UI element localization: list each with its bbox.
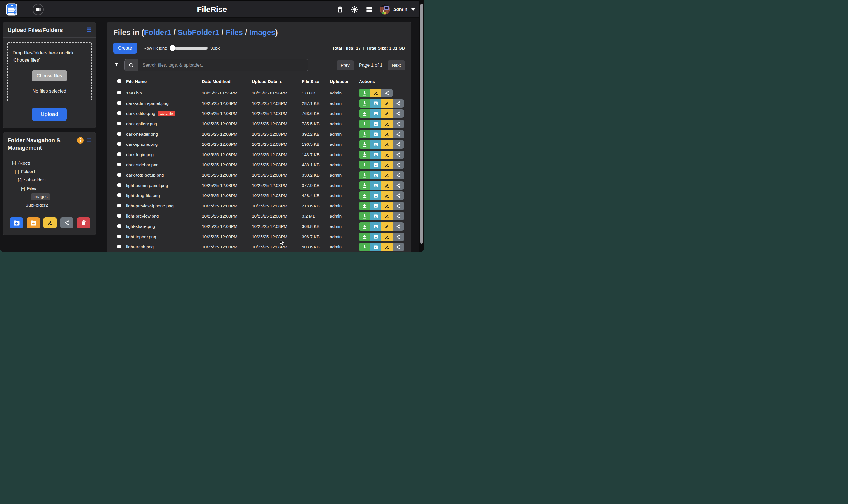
download-button[interactable]: [359, 212, 370, 220]
file-name[interactable]: light-trash.png: [126, 245, 154, 250]
share-button[interactable]: [393, 171, 404, 179]
tree-collapse-toggle[interactable]: [-]: [18, 177, 22, 182]
preview-button[interactable]: [370, 222, 382, 231]
share-button[interactable]: [393, 222, 404, 231]
drag-handle-icon[interactable]: [87, 27, 91, 34]
row-checkbox[interactable]: [118, 173, 121, 177]
download-button[interactable]: [359, 222, 370, 231]
share-button[interactable]: [393, 109, 404, 118]
edit-button[interactable]: [382, 120, 393, 128]
filerise-logo[interactable]: [6, 3, 17, 16]
breadcrumb-link-images[interactable]: Images: [249, 28, 276, 37]
file-name[interactable]: dark-totp-setup.png: [126, 173, 164, 178]
edit-button[interactable]: [382, 181, 393, 190]
row-checkbox[interactable]: [118, 101, 121, 105]
header-upload-date[interactable]: Upload Date▲: [252, 79, 302, 84]
download-button[interactable]: [359, 171, 370, 179]
download-button[interactable]: [359, 233, 370, 241]
slider-thumb[interactable]: [170, 45, 176, 51]
delete-folder-button[interactable]: [77, 217, 90, 229]
edit-button[interactable]: [382, 99, 393, 108]
file-name[interactable]: dark-header.png: [126, 132, 158, 137]
header-file-name[interactable]: File Name: [126, 79, 202, 84]
table-row[interactable]: light-preview.png 10/25/25 12:08PM 10/25…: [113, 211, 405, 221]
table-row[interactable]: light-share.png 10/25/25 12:08PM 10/25/2…: [113, 221, 405, 232]
row-height-slider[interactable]: [171, 47, 208, 50]
table-row[interactable]: light-drag-file.png 10/25/25 12:08PM 10/…: [113, 191, 405, 201]
search-input[interactable]: [138, 59, 308, 71]
row-checkbox[interactable]: [118, 91, 121, 94]
file-name[interactable]: dark-iphone.png: [126, 142, 158, 147]
file-name[interactable]: dark-admin-panel.png: [126, 101, 169, 106]
download-button[interactable]: [359, 130, 370, 139]
file-name[interactable]: light-drag-file.png: [126, 193, 160, 198]
edit-button[interactable]: [370, 89, 382, 97]
file-name[interactable]: dark-gallery.png: [126, 121, 157, 126]
prev-page-button[interactable]: Prev: [336, 60, 354, 70]
file-name[interactable]: dark-login.png: [126, 152, 154, 157]
download-button[interactable]: [359, 150, 370, 159]
select-all-checkbox[interactable]: [118, 79, 121, 83]
create-button[interactable]: Create: [113, 42, 137, 54]
tree-collapse-toggle[interactable]: [-]: [21, 186, 25, 191]
edit-button[interactable]: [382, 161, 393, 169]
edit-button[interactable]: [382, 243, 393, 251]
header-file-size[interactable]: File Size: [302, 79, 330, 84]
share-button[interactable]: [393, 130, 404, 139]
table-row[interactable]: dark-totp-setup.png 10/25/25 12:08PM 10/…: [113, 170, 405, 181]
file-name[interactable]: dark-sidebar.png: [126, 162, 158, 167]
move-folder-button[interactable]: [26, 217, 40, 229]
preview-button[interactable]: [370, 109, 382, 118]
edit-button[interactable]: [382, 202, 393, 210]
table-row[interactable]: 1GB.bin 10/25/25 01:26PM 10/25/25 01:26P…: [113, 88, 405, 98]
row-checkbox[interactable]: [118, 204, 121, 208]
row-checkbox[interactable]: [118, 214, 121, 217]
sidebar-toggle-button[interactable]: [33, 4, 44, 15]
file-name[interactable]: dark-editor.png: [126, 111, 155, 116]
share-button[interactable]: [393, 120, 404, 128]
breadcrumb-link-folder1[interactable]: Folder1: [144, 28, 172, 37]
table-row[interactable]: light-topbar.png 10/25/25 12:08PM 10/25/…: [113, 232, 405, 242]
download-button[interactable]: [359, 89, 370, 97]
dropzone[interactable]: Drop files/folders here or click 'Choose…: [7, 42, 92, 102]
preview-button[interactable]: [370, 202, 382, 210]
row-checkbox[interactable]: [118, 122, 121, 125]
share-button[interactable]: [382, 89, 393, 97]
share-button[interactable]: [393, 202, 404, 210]
file-name[interactable]: light-admin-panel.png: [126, 183, 168, 188]
preview-button[interactable]: [370, 233, 382, 241]
edit-button[interactable]: [382, 150, 393, 159]
edit-button[interactable]: [382, 212, 393, 220]
header-uploader[interactable]: Uploader: [330, 79, 359, 84]
file-name[interactable]: light-topbar.png: [126, 234, 156, 239]
choose-files-button[interactable]: Choose files: [32, 70, 67, 81]
download-button[interactable]: [359, 120, 370, 128]
table-row[interactable]: dark-gallery.png 10/25/25 12:08PM 10/25/…: [113, 119, 405, 129]
table-row[interactable]: dark-admin-panel.png 10/25/25 12:08PM 10…: [113, 98, 405, 109]
table-row[interactable]: dark-sidebar.png 10/25/25 12:08PM 10/25/…: [113, 160, 405, 170]
edit-button[interactable]: [382, 222, 393, 231]
download-button[interactable]: [359, 243, 370, 251]
preview-button[interactable]: [370, 99, 382, 108]
share-button[interactable]: [393, 181, 404, 190]
row-checkbox[interactable]: [118, 142, 121, 146]
tree-item-subfolder2[interactable]: SubFolder2: [6, 201, 93, 210]
download-button[interactable]: [359, 140, 370, 148]
trash-restore-button[interactable]: [336, 6, 343, 13]
table-row[interactable]: dark-header.png 10/25/25 12:08PM 10/25/2…: [113, 129, 405, 139]
tree-item-folder1[interactable]: [-]Folder1: [6, 167, 93, 176]
tree-item-subfolder1[interactable]: [-]SubFolder1: [6, 176, 93, 184]
create-folder-button[interactable]: [10, 217, 23, 229]
table-row[interactable]: dark-iphone.png 10/25/25 12:08PM 10/25/2…: [113, 139, 405, 150]
preview-button[interactable]: [370, 212, 382, 220]
preview-button[interactable]: [370, 243, 382, 251]
share-button[interactable]: [393, 150, 404, 159]
tree-item-images[interactable]: Images: [6, 193, 93, 201]
upload-button[interactable]: Upload: [32, 108, 67, 121]
tree-collapse-toggle[interactable]: [-]: [12, 161, 16, 165]
download-button[interactable]: [359, 202, 370, 210]
row-checkbox[interactable]: [118, 224, 121, 228]
preview-button[interactable]: [370, 181, 382, 190]
preview-button[interactable]: [370, 120, 382, 128]
file-name[interactable]: light-preview.png: [126, 214, 159, 219]
